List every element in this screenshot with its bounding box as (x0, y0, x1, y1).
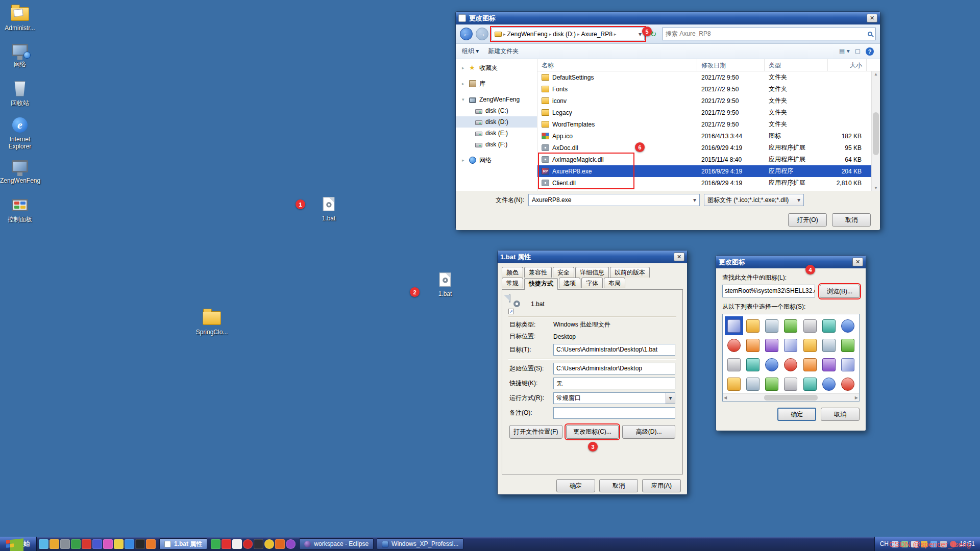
sidebar-item-computer[interactable]: ▾ZengWenFeng (456, 94, 537, 105)
shell-icon[interactable] (725, 336, 743, 355)
shell-icon[interactable] (801, 316, 819, 335)
tab-general[interactable]: 常规 (502, 278, 523, 288)
shell-icon[interactable] (725, 355, 743, 374)
quick-launch-icon[interactable] (254, 539, 263, 549)
shell-icon[interactable] (763, 336, 781, 355)
start-in-input[interactable]: C:\Users\Administrator\Desktop (553, 363, 675, 374)
search-input[interactable]: 搜索 Axure_RP8 (662, 28, 876, 40)
cancel-button[interactable]: 取消 (821, 408, 860, 421)
shell-icon[interactable] (839, 374, 857, 393)
desktop-icon-zengwenfeng[interactable]: ZengWenFeng (0, 157, 40, 185)
chevron-down-icon[interactable]: ▾ (666, 393, 675, 404)
preview-pane-icon[interactable]: ▢ (855, 47, 861, 56)
desktop-icon-internet-explorer[interactable]: e Internet Explorer (0, 115, 40, 151)
column-header-name[interactable]: 名称 (537, 59, 697, 71)
cancel-button[interactable]: 取消 (832, 213, 871, 227)
shell-icon[interactable] (781, 336, 800, 355)
start-button[interactable]: 开始 (0, 537, 37, 551)
breadcrumb-segment[interactable]: ZengWenFeng (507, 31, 548, 38)
tray-icon[interactable] (950, 541, 957, 547)
column-header-type[interactable]: 类型 (765, 59, 828, 71)
shell-icon[interactable] (839, 355, 857, 374)
tab-options[interactable]: 选项 (559, 278, 580, 288)
organize-menu[interactable]: 组织 ▾ (462, 47, 479, 56)
desktop-icon-administrator[interactable]: Administr... (0, 4, 40, 32)
help-icon[interactable]: ? (866, 47, 874, 56)
desktop-icon-1bat-2[interactable]: 1.bat (429, 270, 461, 298)
shell-icon[interactable] (820, 355, 838, 374)
shell-icon[interactable] (744, 355, 762, 374)
views-icon[interactable]: ▤ ▾ (839, 47, 850, 56)
shell-icon[interactable] (839, 336, 857, 355)
tray-icon[interactable] (921, 541, 927, 547)
column-header-date[interactable]: 修改日期 (697, 59, 765, 71)
quick-launch-icon[interactable] (114, 539, 124, 549)
tab-layout[interactable]: 布局 (604, 278, 625, 288)
file-row[interactable]: Legacy2021/7/2 9:50文件夹 (537, 107, 880, 118)
tray-icon[interactable] (930, 541, 937, 547)
quick-launch-icon[interactable] (264, 539, 274, 549)
quick-launch-icon[interactable] (146, 539, 156, 549)
quick-launch-icon[interactable] (275, 539, 285, 549)
desktop-icon-springcloud[interactable]: SpringClo... (192, 308, 232, 336)
clock[interactable]: 18:51 (960, 540, 975, 547)
close-icon[interactable]: ✕ (674, 253, 684, 261)
cancel-button[interactable]: 取消 (599, 479, 638, 492)
shell-icon[interactable] (763, 374, 781, 393)
quick-launch-icon[interactable] (50, 539, 59, 549)
quick-launch-icon[interactable] (82, 539, 91, 549)
file-row[interactable]: DefaultSettings2021/7/2 9:50文件夹 (537, 71, 880, 83)
sidebar-item-libraries[interactable]: ▸库 (456, 78, 537, 89)
shell-icon[interactable] (801, 355, 819, 374)
quick-launch-icon[interactable] (211, 539, 220, 549)
sidebar-item-favorites[interactable]: ▸★收藏夹 (456, 62, 537, 73)
desktop-icon-control-panel[interactable]: 控制面板 (0, 195, 40, 223)
file-row[interactable]: iconv2021/7/2 9:50文件夹 (537, 95, 880, 107)
run-mode-select[interactable]: 常规窗口▾ (553, 392, 675, 404)
quick-launch-icon[interactable] (232, 539, 242, 549)
tray-icon[interactable] (892, 541, 898, 547)
browse-button[interactable]: 浏览(B)... (820, 285, 860, 298)
shell-icon[interactable] (763, 316, 781, 335)
back-button[interactable]: ← (460, 28, 473, 40)
comment-input[interactable] (553, 407, 675, 419)
close-icon[interactable]: ✕ (852, 258, 863, 266)
target-input[interactable]: C:\Users\Administrator\Desktop\1.bat (553, 344, 675, 356)
shell-icon[interactable] (781, 316, 800, 335)
tab-previous-versions[interactable]: 以前的版本 (610, 267, 650, 278)
taskbar-window-bat-properties[interactable]: 1.bat 属性 (159, 538, 207, 549)
vertical-scrollbar[interactable]: ▲▼ (871, 71, 880, 191)
shell-icon[interactable] (781, 355, 800, 374)
desktop-icon-recycle-bin[interactable]: 回收站 (0, 79, 40, 107)
file-row[interactable]: Client.dll2016/9/29 4:19应用程序扩展2,810 KB (537, 177, 880, 189)
sidebar-item-disk-f[interactable]: disk (F:) (456, 139, 537, 150)
apply-button[interactable]: 应用(A) (642, 479, 681, 492)
breadcrumb-segment[interactable]: Axure_RP8 (581, 31, 612, 38)
new-folder-button[interactable]: 新建文件夹 (488, 47, 519, 56)
shell-icon[interactable] (744, 374, 762, 393)
quick-launch-icon[interactable] (243, 539, 253, 549)
quick-launch-icon[interactable] (286, 539, 296, 549)
shell-icon[interactable] (801, 374, 819, 393)
tray-icon[interactable] (901, 541, 908, 547)
file-row[interactable]: AxDoc.dll2016/9/29 4:19应用程序扩展95 KB (537, 142, 880, 154)
file-type-filter[interactable]: 图标文件 (*.ico;*.icl;*.exe;*.dll)▾ (704, 194, 804, 206)
change-icon-button[interactable]: 更改图标(C)... (566, 425, 619, 439)
dialog-titlebar[interactable]: 更改图标 ✕ (716, 256, 866, 268)
open-button[interactable]: 打开(O) (788, 213, 827, 227)
tab-compatibility[interactable]: 兼容性 (524, 267, 552, 278)
taskbar-window-eclipse[interactable]: workspace - Eclipse (299, 538, 374, 549)
address-bar[interactable]: ▸ ZengWenFeng ▸ disk (D:) ▸ Axure_RP8 ▸ … (492, 28, 645, 40)
tray-icon[interactable] (911, 541, 918, 547)
quick-launch-icon[interactable] (103, 539, 113, 549)
quick-launch-icon[interactable] (125, 539, 134, 549)
quick-launch-icon[interactable] (71, 539, 81, 549)
shell-icon[interactable] (744, 316, 762, 335)
file-row[interactable]: App.ico2016/4/13 3:44图标182 KB (537, 130, 880, 142)
tab-colors[interactable]: 颜色 (502, 267, 523, 278)
shell-icon[interactable] (744, 336, 762, 355)
quick-launch-icon[interactable] (222, 539, 231, 549)
desktop-icon-1bat[interactable]: 1.bat (312, 194, 345, 222)
sidebar-item-disk-c[interactable]: disk (C:) (456, 105, 537, 116)
open-file-location-button[interactable]: 打开文件位置(F) (509, 425, 562, 439)
